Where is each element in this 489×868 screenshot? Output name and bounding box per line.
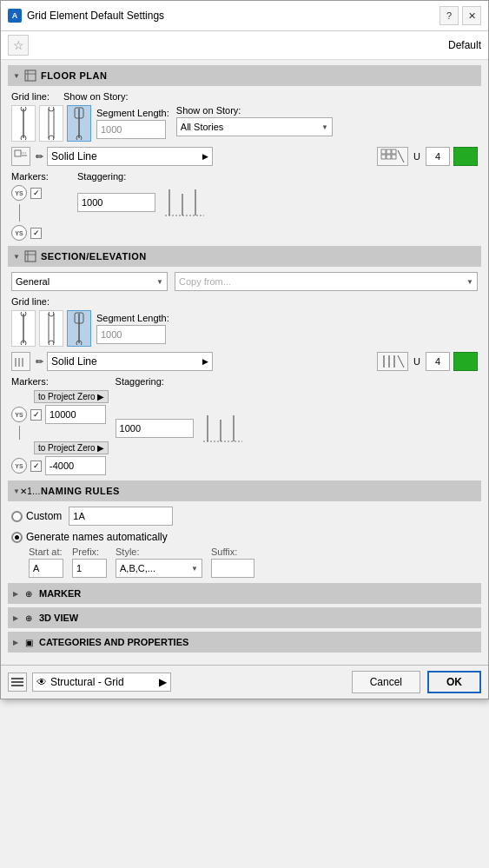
categories-collapse-arrow: ▶	[13, 639, 18, 646]
floor-plan-gridline-label: Grid line:	[11, 91, 63, 102]
floor-plan-content: Grid line: Show on Story:	[8, 91, 481, 241]
show-on-story-select[interactable]: All Stories ▼	[176, 117, 333, 136]
3dview-section-header[interactable]: ▶ ⊕ 3D VIEW	[8, 607, 481, 628]
general-select[interactable]: General ▼	[11, 272, 168, 291]
floor-plan-pen-number[interactable]	[426, 147, 450, 166]
categories-section-header[interactable]: ▶ ▣ CATEGORIES AND PROPERTIES	[8, 632, 481, 653]
floor-plan-line-style-arrow: ▶	[202, 152, 208, 161]
floor-plan-gridline-row: Grid line: Show on Story:	[11, 91, 478, 102]
svg-rect-27	[25, 251, 36, 262]
help-button[interactable]: ?	[439, 6, 459, 25]
style-label: Style:	[116, 547, 202, 557]
start-at-input[interactable]	[29, 559, 63, 578]
naming-rules-content: Custom Generate names automatically Star…	[8, 507, 481, 578]
section-gridline-label-row: Grid line:	[11, 296, 478, 307]
suffix-label: Suffix:	[211, 547, 254, 557]
suffix-col: Suffix:	[211, 547, 254, 578]
main-window: A Grid Element Default Settings ? ✕ ☆ De…	[0, 0, 489, 699]
section-elevation-header[interactable]: ▼ SECTION/ELEVATION	[8, 246, 481, 267]
section-marker-checkbox-1[interactable]: ✓	[30, 409, 42, 421]
svg-line-46	[398, 355, 404, 368]
section-line-style-label: Solid Line	[51, 355, 97, 368]
floor-plan-line-style-label: Solid Line	[51, 150, 97, 162]
section-markers: Markers: to Project Zero ▶ YS	[11, 376, 109, 475]
ok-button[interactable]: OK	[427, 671, 481, 693]
style-select[interactable]: A,B,C,... ▼	[116, 559, 202, 578]
floor-plan-green-toggle[interactable]	[453, 147, 478, 166]
section-marker-value-1[interactable]	[45, 405, 106, 424]
section-green-toggle[interactable]	[453, 352, 478, 371]
custom-row: Custom	[11, 510, 62, 522]
staggering-input[interactable]	[77, 193, 155, 212]
categories-icon: ▣	[22, 635, 36, 649]
svg-point-9	[49, 136, 54, 140]
svg-rect-51	[11, 678, 23, 679]
section-gridline-option-3[interactable]	[67, 310, 91, 347]
floor-plan-line-style-icon[interactable]	[11, 147, 30, 166]
marker-section-header[interactable]: ▶ ⊕ MARKER	[8, 583, 481, 604]
gridline-option-3[interactable]	[67, 105, 91, 142]
copy-from-select[interactable]: Copy from... ▼	[175, 272, 478, 291]
section-line-style-arrow: ▶	[202, 357, 208, 366]
layer-icon[interactable]	[8, 673, 27, 692]
to-project-zero-btn-2[interactable]: to Project Zero ▶	[34, 441, 109, 454]
svg-rect-13	[15, 150, 21, 156]
svg-rect-19	[381, 155, 386, 159]
gridline-option-1[interactable]	[11, 105, 36, 142]
floor-plan-pen-icon: ✏	[36, 151, 43, 162]
cancel-button[interactable]: Cancel	[352, 671, 420, 693]
floor-plan-show-on-story: Show on Story:	[63, 91, 132, 102]
show-on-story-label-r: Show on Story:	[176, 105, 333, 116]
floor-plan-markers: Markers: YS ✓ YS ✓	[11, 171, 63, 241]
show-on-story-chevron: ▼	[321, 123, 328, 131]
segment-length-input[interactable]	[96, 120, 166, 139]
generate-label: Generate names automatically	[26, 531, 168, 543]
3dview-icon: ⊕	[22, 611, 36, 625]
favorite-button[interactable]: ☆	[8, 35, 29, 56]
section-pen-icon: ✏	[36, 356, 43, 368]
categories-label: CATEGORIES AND PROPERTIES	[39, 637, 188, 647]
to-project-zero-btn-1[interactable]: to Project Zero ▶	[34, 390, 109, 403]
naming-rules-header[interactable]: ▼ ✕1… NAMING RULES	[8, 480, 481, 501]
svg-rect-53	[11, 685, 23, 686]
section-line-style-picker[interactable]: Solid Line ▶	[47, 352, 213, 371]
gridline-option-2[interactable]	[39, 105, 63, 142]
svg-rect-17	[387, 149, 391, 154]
section-gridline-option-2[interactable]	[39, 310, 63, 347]
style-value: A,B,C,...	[120, 563, 155, 573]
section-marker-checkbox-2[interactable]: ✓	[30, 461, 42, 472]
section-gridline-label: Grid line:	[11, 296, 63, 307]
custom-radio[interactable]	[11, 511, 23, 522]
marker-icon: ⊕	[22, 586, 36, 600]
section-pen-number[interactable]	[426, 352, 450, 371]
marker-checkbox-1[interactable]: ✓	[30, 188, 42, 199]
marker-checkbox-2[interactable]: ✓	[30, 228, 42, 239]
section-elevation-icon	[23, 249, 37, 263]
section-segment-length-input[interactable]	[96, 325, 166, 344]
markers-label: Markers:	[11, 171, 63, 182]
section-segment-length-box: Segment Length:	[96, 313, 169, 344]
section-staggering-input[interactable]	[116, 419, 194, 438]
custom-input[interactable]	[69, 507, 173, 526]
suffix-input[interactable]	[211, 559, 254, 578]
floor-plan-header[interactable]: ▼ FLOOR PLAN	[8, 65, 481, 86]
close-button[interactable]: ✕	[462, 6, 481, 25]
section-marker-2-group: to Project Zero ▶ YS ✓	[11, 441, 109, 475]
section-line-style-icon[interactable]	[11, 352, 30, 371]
svg-rect-0	[25, 70, 36, 81]
section-elevation-collapse-arrow: ▼	[13, 253, 20, 261]
section-gridline-option-1[interactable]	[11, 310, 36, 347]
floor-plan-line-style-picker[interactable]: Solid Line ▶	[47, 147, 213, 166]
generate-row: Generate names automatically Start at: P…	[11, 531, 478, 578]
section-staggering: Staggering:	[116, 376, 478, 446]
layer-picker[interactable]: 👁 Structural - Grid ▶	[32, 673, 171, 692]
section-marker-value-2[interactable]	[45, 456, 106, 475]
bottom-left: 👁 Structural - Grid ▶	[8, 673, 171, 692]
generate-radio[interactable]	[11, 532, 23, 543]
prefix-input[interactable]	[72, 559, 107, 578]
3dview-label: 3D VIEW	[39, 613, 78, 623]
copy-from-placeholder: Copy from...	[179, 276, 231, 287]
general-chevron: ▼	[156, 278, 163, 286]
section-staggering-diagram	[199, 411, 251, 446]
staggering-diagram	[161, 185, 213, 220]
